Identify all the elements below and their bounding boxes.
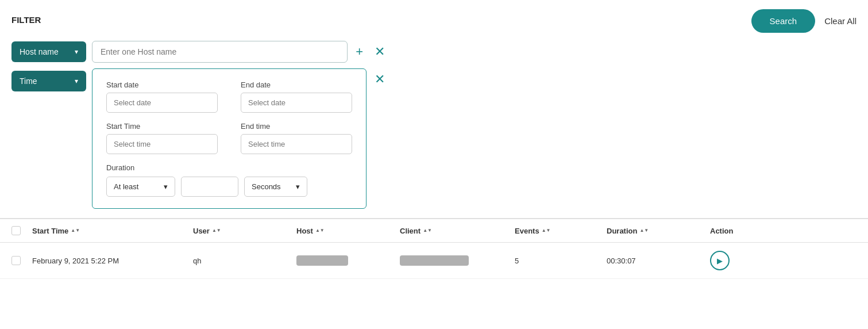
duration-label: Duration [106, 163, 352, 172]
row-checkbox-cell [11, 256, 32, 265]
filter-rows: Host name ▾ + ✕ Time ▾ [11, 41, 387, 209]
select-all-checkbox[interactable] [11, 226, 21, 235]
host-placeholder [296, 255, 348, 266]
chevron-down-icon-atleast: ▾ [164, 182, 168, 191]
th-start-time: Start Time ▲▼ [32, 226, 193, 235]
end-date-input[interactable] [241, 93, 352, 113]
row-events: 5 [515, 257, 607, 265]
start-date-group: Start date [106, 81, 218, 113]
at-least-dropdown[interactable]: At least ▾ [106, 177, 175, 197]
th-action-label: Action [710, 227, 733, 235]
header-actions: Search Clear All [751, 9, 857, 33]
duration-number-input[interactable] [181, 177, 238, 197]
time-panel: Start date End date Start Time [92, 68, 367, 209]
sort-arrows-client[interactable]: ▲▼ [423, 228, 432, 233]
table-row: February 9, 2021 5:22 PM qh 5 00:30:07 ▶ [0, 243, 868, 279]
row-checkbox[interactable] [11, 256, 21, 265]
sort-arrows-user[interactable]: ▲▼ [212, 228, 221, 233]
host-name-row: Host name ▾ + ✕ [11, 41, 387, 63]
table-header: Start Time ▲▼ User ▲▼ Host ▲▼ Client ▲▼ … [0, 219, 868, 243]
th-duration-label: Duration [607, 227, 637, 235]
start-time-group: Start Time [106, 122, 218, 154]
sort-arrows-host[interactable]: ▲▼ [315, 228, 325, 233]
end-time-group: End time [241, 122, 352, 154]
row-user: qh [193, 257, 296, 265]
th-user: User ▲▼ [193, 226, 296, 235]
start-time-input[interactable] [106, 134, 218, 154]
table-section: Start Time ▲▼ User ▲▼ Host ▲▼ Client ▲▼ … [0, 219, 868, 279]
th-user-label: User [193, 227, 210, 235]
clear-all-button[interactable]: Clear All [824, 16, 857, 26]
start-date-label: Start date [106, 81, 218, 89]
end-date-group: End date [241, 81, 352, 113]
sort-arrows-start-time[interactable]: ▲▼ [71, 228, 80, 233]
sort-arrows-events[interactable]: ▲▼ [542, 228, 551, 233]
play-button[interactable]: ▶ [710, 251, 730, 270]
th-client-label: Client [400, 227, 421, 235]
row-client [400, 255, 515, 266]
search-button[interactable]: Search [751, 9, 816, 33]
row-action: ▶ [710, 251, 779, 270]
th-host-label: Host [296, 227, 313, 235]
host-name-dropdown[interactable]: Host name ▾ [11, 41, 86, 62]
row-host [296, 255, 400, 266]
end-time-label: End time [241, 122, 352, 131]
host-name-input[interactable] [92, 41, 348, 63]
filter-label: FILTER [11, 15, 46, 25]
th-start-time-label: Start Time [32, 227, 68, 235]
time-row: Time ▾ Start date End date [11, 68, 387, 209]
remove-time-filter-button[interactable]: ✕ [372, 71, 387, 88]
end-date-label: End date [241, 81, 352, 89]
time-label: Time [20, 76, 37, 86]
at-least-label: At least [114, 182, 138, 191]
host-name-label: Host name [20, 47, 59, 56]
chevron-down-icon-time: ▾ [75, 77, 78, 85]
th-client: Client ▲▼ [400, 226, 515, 235]
add-filter-button[interactable]: + [353, 43, 365, 60]
end-time-input[interactable] [241, 134, 352, 154]
chevron-down-icon: ▾ [75, 48, 78, 56]
time-dropdown[interactable]: Time ▾ [11, 71, 86, 91]
remove-host-filter-button[interactable]: ✕ [372, 43, 387, 60]
th-host: Host ▲▼ [296, 226, 400, 235]
seconds-label: Seconds [252, 182, 281, 191]
start-time-label: Start Time [106, 122, 218, 131]
th-events-label: Events [515, 227, 539, 235]
sort-arrows-duration[interactable]: ▲▼ [639, 228, 649, 233]
row-start-time: February 9, 2021 5:22 PM [32, 257, 193, 265]
start-date-input[interactable] [106, 93, 218, 113]
th-duration: Duration ▲▼ [607, 226, 710, 235]
client-placeholder [400, 255, 469, 266]
th-checkbox [11, 226, 32, 235]
th-events: Events ▲▼ [515, 226, 607, 235]
chevron-down-icon-seconds: ▾ [296, 182, 300, 191]
play-icon: ▶ [717, 257, 723, 265]
th-action: Action [710, 226, 779, 235]
row-duration: 00:30:07 [607, 257, 710, 265]
seconds-dropdown[interactable]: Seconds ▾ [244, 177, 307, 197]
duration-row: Duration At least ▾ Seconds ▾ [106, 163, 352, 197]
